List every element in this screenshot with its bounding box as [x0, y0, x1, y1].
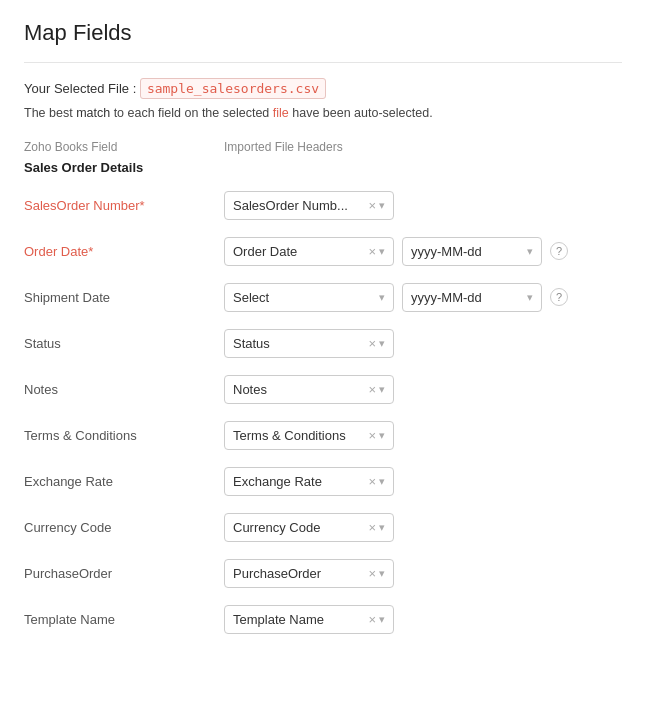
primary-select-text-7: Currency Code: [233, 520, 362, 535]
select-icons-1: × ▾: [368, 245, 385, 258]
clear-icon-4[interactable]: ×: [368, 383, 376, 396]
field-controls-8: PurchaseOrder × ▾: [224, 559, 622, 588]
primary-select-text-5: Terms & Conditions: [233, 428, 362, 443]
help-icon-1[interactable]: ?: [550, 242, 568, 260]
primary-select-text-8: PurchaseOrder: [233, 566, 362, 581]
primary-select-2[interactable]: Select ▾: [224, 283, 394, 312]
select-icons-9: × ▾: [368, 613, 385, 626]
select-icons-4: × ▾: [368, 383, 385, 396]
field-row: Status Status × ▾: [24, 325, 622, 361]
primary-select-text-1: Order Date: [233, 244, 362, 259]
field-row: Template Name Template Name × ▾: [24, 601, 622, 637]
file-info-label: Your Selected File :: [24, 81, 136, 96]
chevron-icon-9: ▾: [379, 613, 385, 626]
field-controls-4: Notes × ▾: [224, 375, 622, 404]
field-label-2: Shipment Date: [24, 290, 224, 305]
file-info: Your Selected File : sample_salesorders.…: [24, 81, 622, 96]
select-icons-6: × ▾: [368, 475, 385, 488]
col-header-imported: Imported File Headers: [224, 140, 343, 154]
field-label-5: Terms & Conditions: [24, 428, 224, 443]
clear-icon-3[interactable]: ×: [368, 337, 376, 350]
clear-icon-5[interactable]: ×: [368, 429, 376, 442]
primary-select-7[interactable]: Currency Code × ▾: [224, 513, 394, 542]
field-label-7: Currency Code: [24, 520, 224, 535]
field-row: PurchaseOrder PurchaseOrder × ▾: [24, 555, 622, 591]
select-icons-0: × ▾: [368, 199, 385, 212]
chevron-icon-8: ▾: [379, 567, 385, 580]
col-header-zoho: Zoho Books Field: [24, 140, 224, 154]
field-row: Currency Code Currency Code × ▾: [24, 509, 622, 545]
chevron-icon-1: ▾: [379, 245, 385, 258]
select-icons-3: × ▾: [368, 337, 385, 350]
secondary-select-2[interactable]: yyyy-MM-dd ▾: [402, 283, 542, 312]
chevron-icon-6: ▾: [379, 475, 385, 488]
divider: [24, 62, 622, 63]
primary-select-8[interactable]: PurchaseOrder × ▾: [224, 559, 394, 588]
field-controls-2: Select ▾ yyyy-MM-dd ▾ ?: [224, 283, 622, 312]
field-label-1: Order Date*: [24, 244, 224, 259]
field-label-6: Exchange Rate: [24, 474, 224, 489]
page-container: Map Fields Your Selected File : sample_s…: [0, 0, 646, 667]
primary-select-text-0: SalesOrder Numb...: [233, 198, 362, 213]
primary-select-3[interactable]: Status × ▾: [224, 329, 394, 358]
chevron-icon-2: ▾: [379, 291, 385, 304]
chevron-icon-3: ▾: [379, 337, 385, 350]
clear-icon-1[interactable]: ×: [368, 245, 376, 258]
clear-icon-8[interactable]: ×: [368, 567, 376, 580]
field-controls-3: Status × ▾: [224, 329, 622, 358]
secondary-select-icons-1: ▾: [527, 245, 533, 258]
select-icons-7: × ▾: [368, 521, 385, 534]
secondary-select-icons-2: ▾: [527, 291, 533, 304]
primary-select-1[interactable]: Order Date × ▾: [224, 237, 394, 266]
primary-select-9[interactable]: Template Name × ▾: [224, 605, 394, 634]
primary-select-text-4: Notes: [233, 382, 362, 397]
fields-container: SalesOrder Number* SalesOrder Numb... × …: [24, 187, 622, 637]
field-controls-5: Terms & Conditions × ▾: [224, 421, 622, 450]
primary-select-text-6: Exchange Rate: [233, 474, 362, 489]
field-row: Notes Notes × ▾: [24, 371, 622, 407]
field-label-0: SalesOrder Number*: [24, 198, 224, 213]
page-title: Map Fields: [24, 20, 622, 46]
field-controls-7: Currency Code × ▾: [224, 513, 622, 542]
field-label-9: Template Name: [24, 612, 224, 627]
primary-select-text-2: Select: [233, 290, 373, 305]
clear-icon-7[interactable]: ×: [368, 521, 376, 534]
section-title: Sales Order Details: [24, 160, 622, 175]
secondary-chevron-icon-2: ▾: [527, 291, 533, 304]
primary-select-text-3: Status: [233, 336, 362, 351]
primary-select-5[interactable]: Terms & Conditions × ▾: [224, 421, 394, 450]
field-controls-9: Template Name × ▾: [224, 605, 622, 634]
secondary-select-text-2: yyyy-MM-dd: [411, 290, 521, 305]
columns-header: Zoho Books Field Imported File Headers: [24, 140, 622, 154]
field-row: Terms & Conditions Terms & Conditions × …: [24, 417, 622, 453]
field-label-3: Status: [24, 336, 224, 351]
clear-icon-0[interactable]: ×: [368, 199, 376, 212]
primary-select-0[interactable]: SalesOrder Numb... × ▾: [224, 191, 394, 220]
select-icons-8: × ▾: [368, 567, 385, 580]
secondary-select-1[interactable]: yyyy-MM-dd ▾: [402, 237, 542, 266]
field-controls-1: Order Date × ▾ yyyy-MM-dd ▾ ?: [224, 237, 622, 266]
field-controls-0: SalesOrder Numb... × ▾: [224, 191, 622, 220]
field-label-8: PurchaseOrder: [24, 566, 224, 581]
field-row: Exchange Rate Exchange Rate × ▾: [24, 463, 622, 499]
clear-icon-9[interactable]: ×: [368, 613, 376, 626]
chevron-icon-4: ▾: [379, 383, 385, 396]
primary-select-6[interactable]: Exchange Rate × ▾: [224, 467, 394, 496]
select-icons-5: × ▾: [368, 429, 385, 442]
primary-select-4[interactable]: Notes × ▾: [224, 375, 394, 404]
field-row: Order Date* Order Date × ▾ yyyy-MM-dd ▾ …: [24, 233, 622, 269]
secondary-select-text-1: yyyy-MM-dd: [411, 244, 521, 259]
clear-icon-6[interactable]: ×: [368, 475, 376, 488]
field-row: SalesOrder Number* SalesOrder Numb... × …: [24, 187, 622, 223]
primary-select-text-9: Template Name: [233, 612, 362, 627]
secondary-chevron-icon-1: ▾: [527, 245, 533, 258]
chevron-icon-0: ▾: [379, 199, 385, 212]
chevron-icon-7: ▾: [379, 521, 385, 534]
help-icon-2[interactable]: ?: [550, 288, 568, 306]
select-icons-2: ▾: [379, 291, 385, 304]
filename: sample_salesorders.csv: [140, 78, 326, 99]
field-row: Shipment Date Select ▾ yyyy-MM-dd ▾ ?: [24, 279, 622, 315]
chevron-icon-5: ▾: [379, 429, 385, 442]
auto-select-note: The best match to each field on the sele…: [24, 106, 622, 120]
field-controls-6: Exchange Rate × ▾: [224, 467, 622, 496]
